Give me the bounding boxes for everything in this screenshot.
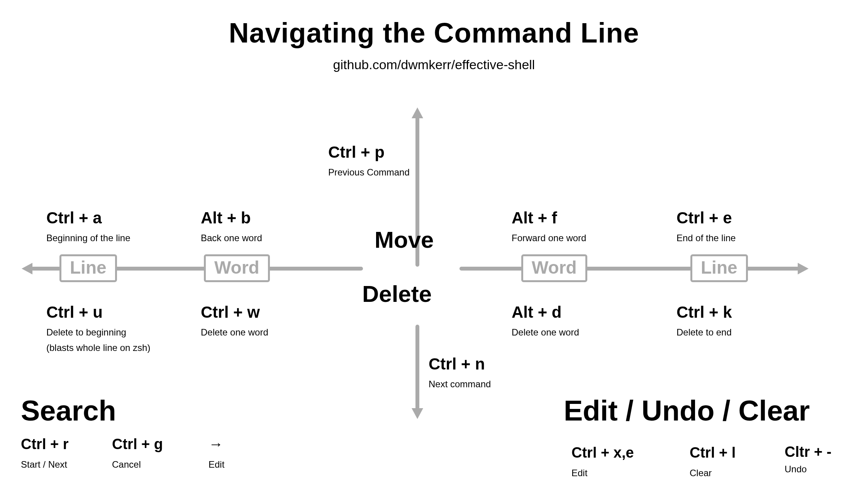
arrow-right-head-icon [798,263,809,274]
key-ctrl-n: Ctrl + n [429,355,485,373]
key-ctrl-a: Ctrl + a [46,209,102,227]
desc-edit: Edit [571,468,587,478]
key-ctrl-minus: Cltr + - [785,444,831,460]
scope-word-left: Word [204,254,270,282]
arrow-left-head-icon [22,263,32,274]
key-ctrl-k: Ctrl + k [676,303,732,322]
desc-back-one-word: Back one word [201,233,262,244]
key-ctrl-p: Ctrl + p [328,143,385,162]
key-alt-d: Alt + d [512,303,562,322]
scope-line-right: Line [690,254,748,282]
arrow-down-head-icon [412,408,423,419]
desc-blasts-whole-line: (blasts whole line on zsh) [46,342,150,353]
desc-delete-to-beginning: Delete to beginning [46,327,126,338]
desc-clear: Clear [690,468,712,478]
key-ctrl-l: Ctrl + l [690,444,736,461]
desc-next-command: Next command [429,379,491,390]
arrow-up-head-icon [412,107,423,118]
key-ctrl-g: Ctrl + g [112,436,163,453]
desc-edit-search: Edit [209,459,224,470]
scope-word-right: Word [521,254,587,282]
diagram-canvas: Navigating the Command Line github.com/d… [0,0,868,487]
key-ctrl-e: Ctrl + e [676,209,732,227]
page-title: Navigating the Command Line [0,17,868,49]
desc-delete-one-word-right: Delete one word [512,327,579,338]
desc-previous-command: Previous Command [328,167,410,178]
search-heading: Search [21,394,116,427]
desc-delete-to-end: Delete to end [676,327,732,338]
edit-heading: Edit / Undo / Clear [564,394,810,427]
desc-cancel: Cancel [112,459,141,470]
desc-start-next: Start / Next [21,459,67,470]
desc-undo: Undo [785,464,807,475]
key-right-arrow-icon: → [209,436,223,453]
delete-label: Delete [362,281,432,307]
key-ctrl-r: Ctrl + r [21,436,69,453]
scope-line-left: Line [59,254,117,282]
arrow-right-stem [459,267,799,271]
desc-delete-one-word-left: Delete one word [201,327,268,338]
page-subtitle: github.com/dwmkerr/effective-shell [0,57,868,72]
move-label: Move [375,226,434,253]
desc-end-of-line: End of the line [676,233,736,244]
key-ctrl-u: Ctrl + u [46,303,103,322]
key-ctrl-w: Ctrl + w [201,303,260,322]
arrow-down-stem [415,325,419,410]
key-alt-f: Alt + f [512,209,557,227]
desc-beginning-of-line: Beginning of the line [46,233,131,244]
key-ctrl-x-e: Ctrl + x,e [571,444,634,461]
key-alt-b: Alt + b [201,209,251,227]
desc-forward-one-word: Forward one word [512,233,586,244]
